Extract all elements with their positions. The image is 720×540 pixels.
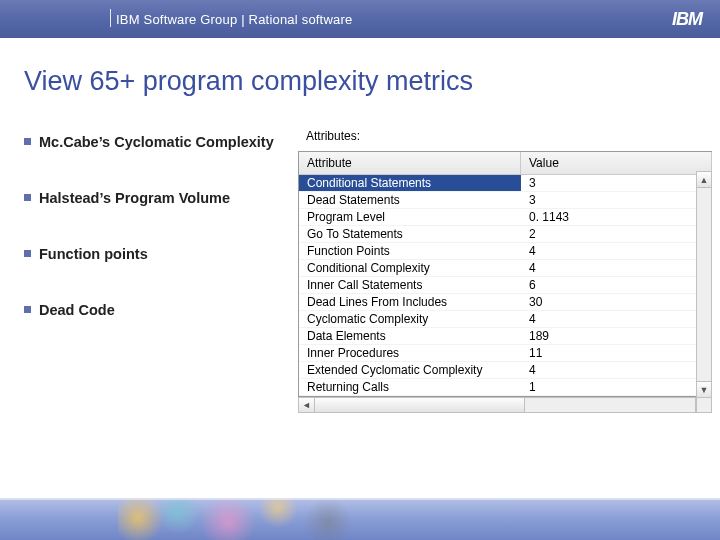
- page-title: View 65+ program complexity metrics: [0, 38, 720, 101]
- bullet-item: Dead Code: [24, 301, 290, 319]
- cell-attribute: Extended Cyclomatic Complexity: [299, 362, 521, 378]
- footer-bar: [0, 498, 720, 540]
- table-row[interactable]: Returning Calls1: [299, 379, 712, 396]
- table-row[interactable]: Inner Procedures11: [299, 345, 712, 362]
- header-divider: [110, 9, 111, 27]
- cell-value: 4: [521, 311, 712, 327]
- table-row[interactable]: Dead Statements3: [299, 192, 712, 209]
- grid-body: Conditional Statements3Dead Statements3P…: [299, 175, 712, 396]
- bullet-square-icon: [24, 250, 31, 257]
- header-bar: IBM Software Group | Rational software I…: [0, 0, 720, 38]
- scroll-corner: [696, 397, 712, 413]
- attributes-grid-wrap: Attribute Value Conditional Statements3D…: [298, 151, 712, 413]
- bullet-square-icon: [24, 306, 31, 313]
- table-row[interactable]: Conditional Statements3: [299, 175, 712, 192]
- vertical-scrollbar[interactable]: ▲ ▼: [696, 171, 712, 397]
- cell-attribute: Dead Lines From Includes: [299, 294, 521, 310]
- cell-value: 3: [521, 192, 712, 208]
- table-row[interactable]: Data Elements189: [299, 328, 712, 345]
- grid-header: Attribute Value: [299, 152, 712, 175]
- ibm-logo: IBM: [672, 9, 702, 30]
- bullet-text: Dead Code: [39, 301, 115, 319]
- bullet-item: Halstead’s Program Volume: [24, 189, 290, 207]
- bullet-item: Mc.Cabe’s Cyclomatic Complexity: [24, 133, 290, 151]
- cell-attribute: Program Level: [299, 209, 521, 225]
- cell-value: 1: [521, 379, 712, 395]
- table-row[interactable]: Dead Lines From Includes30: [299, 294, 712, 311]
- scroll-up-icon[interactable]: ▲: [697, 172, 711, 188]
- bullet-list: Mc.Cabe’s Cyclomatic ComplexityHalstead’…: [24, 123, 290, 413]
- cell-value: 6: [521, 277, 712, 293]
- scroll-left-icon[interactable]: ◄: [299, 398, 315, 412]
- cell-value: 11: [521, 345, 712, 361]
- cell-value: 2: [521, 226, 712, 242]
- cell-value: 4: [521, 260, 712, 276]
- bullet-square-icon: [24, 194, 31, 201]
- breadcrumb: IBM Software Group | Rational software: [116, 12, 352, 27]
- cell-value: 3: [521, 175, 712, 191]
- cell-attribute: Cyclomatic Complexity: [299, 311, 521, 327]
- cell-attribute: Dead Statements: [299, 192, 521, 208]
- table-row[interactable]: Program Level0. 1143: [299, 209, 712, 226]
- bullet-text: Halstead’s Program Volume: [39, 189, 230, 207]
- cell-value: 189: [521, 328, 712, 344]
- col-header-attribute[interactable]: Attribute: [299, 152, 521, 174]
- table-row[interactable]: Go To Statements2: [299, 226, 712, 243]
- cell-value: 30: [521, 294, 712, 310]
- cell-attribute: Conditional Complexity: [299, 260, 521, 276]
- horizontal-scrollbar[interactable]: ◄ ►: [298, 397, 712, 413]
- cell-value: 0. 1143: [521, 209, 712, 225]
- bullet-square-icon: [24, 138, 31, 145]
- table-row[interactable]: Function Points4: [299, 243, 712, 260]
- cell-attribute: Go To Statements: [299, 226, 521, 242]
- attributes-panel: Attributes: Attribute Value Conditional …: [298, 123, 712, 413]
- col-header-value[interactable]: Value: [521, 152, 712, 174]
- cell-attribute: Inner Procedures: [299, 345, 521, 361]
- cell-value: 4: [521, 243, 712, 259]
- cell-attribute: Inner Call Statements: [299, 277, 521, 293]
- scroll-thumb[interactable]: [315, 398, 525, 412]
- cell-attribute: Returning Calls: [299, 379, 521, 395]
- footer-stripe: [0, 498, 720, 500]
- table-row[interactable]: Conditional Complexity4: [299, 260, 712, 277]
- table-row[interactable]: Extended Cyclomatic Complexity4: [299, 362, 712, 379]
- content-area: Mc.Cabe’s Cyclomatic ComplexityHalstead’…: [0, 101, 720, 413]
- cell-attribute: Function Points: [299, 243, 521, 259]
- cell-attribute: Data Elements: [299, 328, 521, 344]
- cell-value: 4: [521, 362, 712, 378]
- attributes-label: Attributes:: [298, 123, 712, 151]
- bullet-text: Mc.Cabe’s Cyclomatic Complexity: [39, 133, 274, 151]
- table-row[interactable]: Cyclomatic Complexity4: [299, 311, 712, 328]
- table-row[interactable]: Inner Call Statements6: [299, 277, 712, 294]
- cell-attribute: Conditional Statements: [299, 175, 521, 191]
- bullet-item: Function points: [24, 245, 290, 263]
- attributes-grid: Attribute Value Conditional Statements3D…: [298, 151, 712, 397]
- scroll-down-icon[interactable]: ▼: [697, 381, 711, 397]
- bullet-text: Function points: [39, 245, 148, 263]
